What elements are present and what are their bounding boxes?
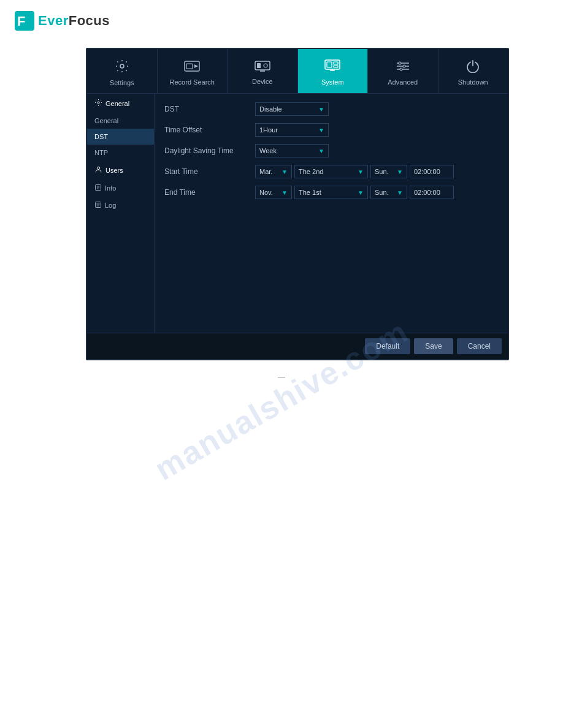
time-offset-label: Time Offset (164, 126, 250, 134)
start-week-select[interactable]: The 2nd ▼ (294, 165, 368, 178)
end-week-value: The 1st (299, 189, 321, 196)
daylight-saving-row: Daylight Saving Time Week ▼ (164, 144, 498, 157)
sidebar: General General DST NTP Users (87, 94, 155, 333)
end-month-select[interactable]: Nov. ▼ (255, 186, 292, 199)
end-week-arrow-icon: ▼ (358, 189, 364, 196)
end-time-row: End Time Nov. ▼ The 1st ▼ Sun. ▼ (164, 186, 498, 199)
svg-rect-11 (327, 62, 332, 67)
save-button[interactable]: Save (414, 338, 453, 354)
svg-rect-4 (186, 64, 193, 69)
sidebar-item-users[interactable]: Users (87, 161, 154, 180)
end-time-dropdowns: Nov. ▼ The 1st ▼ Sun. ▼ 02:00:00 (255, 186, 454, 199)
start-week-value: The 2nd (299, 168, 323, 175)
end-month-arrow-icon: ▼ (282, 189, 288, 196)
sidebar-item-general-header[interactable]: General (87, 94, 154, 113)
svg-point-20 (403, 65, 405, 67)
start-time-label: Start Time (164, 167, 250, 176)
time-offset-arrow-icon: ▼ (318, 127, 324, 134)
sidebar-log-label: Log (105, 202, 116, 209)
nav-advanced-label: Advanced (388, 78, 418, 86)
dst-arrow-icon: ▼ (318, 106, 324, 113)
default-button[interactable]: Default (365, 338, 410, 354)
end-day-arrow-icon: ▼ (397, 189, 403, 196)
top-nav: Settings Record Search De (87, 49, 508, 94)
nav-settings[interactable]: Settings (87, 49, 158, 93)
system-icon (324, 59, 340, 75)
end-time-value: 02:00:00 (414, 189, 440, 196)
nav-shutdown[interactable]: Shutdown (439, 49, 508, 93)
svg-point-22 (98, 102, 99, 104)
footer-buttons: Default Save Cancel (87, 333, 508, 359)
nav-system[interactable]: System (298, 49, 369, 93)
gear-icon (94, 99, 102, 108)
main-content: DST Disable ▼ Time Offset 1Hour ▼ Daylig… (155, 94, 508, 333)
svg-point-23 (97, 167, 99, 169)
body-area: General General DST NTP Users (87, 94, 508, 333)
start-time-value: 02:00:00 (414, 168, 440, 175)
svg-rect-12 (334, 62, 338, 64)
logo-text: EverFocus (38, 13, 110, 29)
end-month-value: Nov. (259, 189, 273, 196)
svg-point-21 (400, 68, 402, 70)
svg-text:F: F (17, 13, 25, 29)
nav-advanced[interactable]: Advanced (368, 49, 439, 93)
sidebar-users-label: Users (105, 167, 123, 174)
svg-marker-5 (194, 64, 198, 68)
end-day-value: Sun. (375, 189, 389, 196)
time-offset-value: 1Hour (259, 126, 278, 134)
sidebar-item-log[interactable]: Log (87, 197, 154, 214)
nav-system-label: System (321, 78, 344, 86)
svg-point-8 (264, 64, 267, 67)
sidebar-item-info[interactable]: Info (87, 180, 154, 197)
daylight-saving-select[interactable]: Week ▼ (255, 144, 329, 157)
time-offset-select[interactable]: 1Hour ▼ (255, 123, 329, 137)
dst-row: DST Disable ▼ (164, 102, 498, 116)
everfocus-logo-icon: F (15, 11, 34, 31)
svg-point-19 (399, 62, 401, 64)
sidebar-dst-label: DST (94, 133, 108, 140)
nav-device[interactable]: Device (228, 49, 298, 93)
end-day-select[interactable]: Sun. ▼ (370, 186, 407, 199)
daylight-saving-value: Week (259, 147, 277, 154)
start-month-arrow-icon: ▼ (282, 169, 288, 175)
cancel-button[interactable]: Cancel (457, 338, 502, 354)
sidebar-general-header-label: General (105, 100, 129, 107)
end-week-select[interactable]: The 1st ▼ (294, 186, 368, 199)
nav-record-search[interactable]: Record Search (158, 49, 228, 93)
dst-label: DST (164, 105, 250, 113)
sidebar-general-label: General (94, 117, 118, 124)
sidebar-item-general[interactable]: General (87, 113, 154, 129)
svg-rect-13 (334, 66, 338, 67)
end-time-input[interactable]: 02:00:00 (410, 186, 454, 199)
start-day-arrow-icon: ▼ (397, 169, 403, 175)
start-month-select[interactable]: Mar. ▼ (255, 165, 292, 178)
settings-icon (115, 59, 129, 76)
nav-shutdown-label: Shutdown (458, 78, 488, 86)
sidebar-info-label: Info (105, 184, 116, 192)
shutdown-icon (466, 59, 480, 75)
start-day-select[interactable]: Sun. ▼ (370, 165, 407, 178)
dst-select[interactable]: Disable ▼ (255, 102, 329, 116)
nav-settings-label: Settings (110, 79, 134, 86)
svg-rect-7 (257, 63, 261, 68)
sidebar-item-ntp[interactable]: NTP (87, 145, 154, 161)
time-offset-row: Time Offset 1Hour ▼ (164, 123, 498, 137)
start-month-value: Mar. (259, 168, 272, 175)
svg-point-2 (120, 64, 124, 68)
user-icon (94, 165, 102, 175)
dst-value: Disable (259, 105, 282, 113)
start-time-dropdowns: Mar. ▼ The 2nd ▼ Sun. ▼ 02:00:00 (255, 165, 454, 178)
record-search-icon (184, 59, 200, 75)
log-icon (94, 201, 102, 210)
sidebar-ntp-label: NTP (94, 149, 108, 156)
start-day-value: Sun. (375, 168, 389, 175)
daylight-saving-arrow-icon: ▼ (318, 148, 324, 154)
end-time-label: End Time (164, 188, 250, 197)
ui-box: Settings Record Search De (86, 48, 509, 360)
nav-device-label: Device (252, 78, 273, 85)
start-time-input[interactable]: 02:00:00 (410, 165, 454, 178)
page-number: — (0, 373, 563, 381)
sidebar-item-dst[interactable]: DST (87, 129, 154, 145)
start-time-row: Start Time Mar. ▼ The 2nd ▼ Sun. ▼ (164, 165, 498, 178)
daylight-saving-label: Daylight Saving Time (164, 146, 250, 155)
